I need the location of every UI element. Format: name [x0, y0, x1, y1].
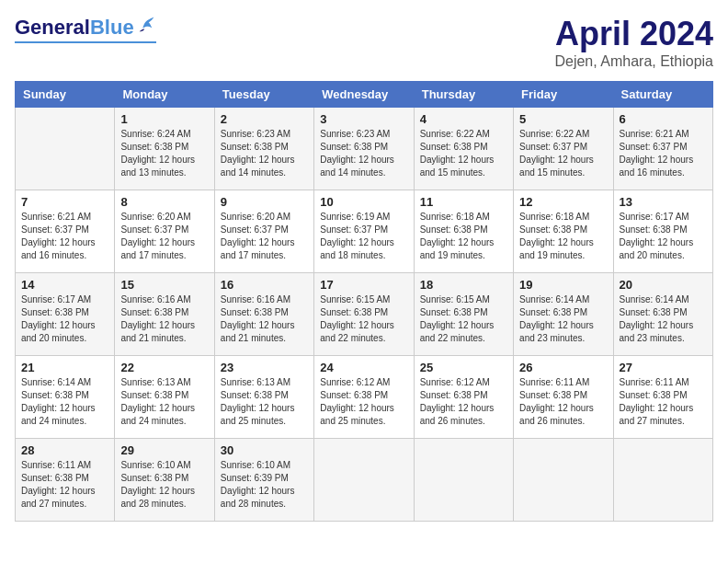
day-number: 23 [221, 361, 308, 374]
calendar-cell: 4Sunrise: 6:22 AM Sunset: 6:38 PM Daylig… [414, 108, 513, 190]
day-info: Sunrise: 6:13 AM Sunset: 6:38 PM Dayligh… [221, 376, 308, 428]
calendar-week-5: 28Sunrise: 6:11 AM Sunset: 6:38 PM Dayli… [16, 439, 713, 522]
calendar-cell: 22Sunrise: 6:13 AM Sunset: 6:38 PM Dayli… [115, 356, 214, 439]
day-number: 11 [420, 195, 507, 209]
day-info: Sunrise: 6:16 AM Sunset: 6:38 PM Dayligh… [120, 293, 208, 345]
calendar-cell: 13Sunrise: 6:17 AM Sunset: 6:38 PM Dayli… [613, 190, 712, 273]
calendar-cell: 19Sunrise: 6:14 AM Sunset: 6:38 PM Dayli… [514, 273, 613, 356]
calendar-cell [514, 439, 613, 522]
logo-bird-icon [136, 15, 156, 40]
calendar-cell: 15Sunrise: 6:16 AM Sunset: 6:38 PM Dayli… [115, 273, 214, 356]
day-info: Sunrise: 6:14 AM Sunset: 6:38 PM Dayligh… [519, 293, 607, 345]
day-number: 21 [21, 361, 108, 374]
calendar-table: SundayMondayTuesdayWednesdayThursdayFrid… [15, 81, 713, 522]
header: GeneralBlue April 2024 Dejen, Amhara, Et… [15, 15, 713, 70]
day-number: 10 [320, 195, 407, 209]
calendar-cell: 16Sunrise: 6:16 AM Sunset: 6:38 PM Dayli… [214, 273, 313, 356]
calendar-cell: 10Sunrise: 6:19 AM Sunset: 6:37 PM Dayli… [314, 190, 414, 273]
day-info: Sunrise: 6:18 AM Sunset: 6:38 PM Dayligh… [519, 211, 607, 262]
day-number: 16 [221, 278, 308, 292]
day-number: 4 [420, 112, 507, 126]
calendar-cell: 11Sunrise: 6:18 AM Sunset: 6:38 PM Dayli… [414, 190, 513, 273]
calendar-cell: 27Sunrise: 6:11 AM Sunset: 6:38 PM Dayli… [613, 356, 712, 439]
calendar-cell [613, 439, 712, 522]
day-number: 2 [221, 112, 308, 126]
day-info: Sunrise: 6:12 AM Sunset: 6:38 PM Dayligh… [320, 376, 407, 428]
calendar-cell: 26Sunrise: 6:11 AM Sunset: 6:38 PM Dayli… [514, 356, 613, 439]
day-number: 1 [120, 112, 208, 126]
day-info: Sunrise: 6:12 AM Sunset: 6:38 PM Dayligh… [420, 376, 507, 428]
page-subtitle: Dejen, Amhara, Ethiopia [554, 53, 713, 70]
day-number: 24 [320, 361, 407, 374]
day-info: Sunrise: 6:20 AM Sunset: 6:37 PM Dayligh… [221, 211, 308, 262]
day-info: Sunrise: 6:21 AM Sunset: 6:37 PM Dayligh… [620, 128, 707, 179]
calendar-cell: 5Sunrise: 6:22 AM Sunset: 6:37 PM Daylig… [514, 108, 613, 190]
day-number: 13 [620, 195, 707, 209]
day-number: 19 [519, 278, 607, 292]
day-info: Sunrise: 6:13 AM Sunset: 6:38 PM Dayligh… [120, 376, 208, 428]
logo-general: General [15, 16, 90, 40]
day-info: Sunrise: 6:22 AM Sunset: 6:37 PM Dayligh… [519, 128, 607, 179]
day-info: Sunrise: 6:19 AM Sunset: 6:37 PM Dayligh… [320, 211, 407, 262]
logo-underline [15, 41, 156, 43]
page-title: April 2024 [554, 15, 713, 53]
day-number: 22 [120, 361, 208, 374]
day-number: 25 [420, 361, 507, 374]
calendar-cell: 6Sunrise: 6:21 AM Sunset: 6:37 PM Daylig… [613, 108, 712, 190]
day-number: 6 [620, 112, 707, 126]
day-number: 17 [320, 278, 407, 292]
weekday-header-saturday: Saturday [613, 82, 712, 108]
day-info: Sunrise: 6:23 AM Sunset: 6:38 PM Dayligh… [320, 128, 407, 179]
day-info: Sunrise: 6:15 AM Sunset: 6:38 PM Dayligh… [420, 293, 507, 345]
day-number: 20 [620, 278, 707, 292]
calendar-cell: 23Sunrise: 6:13 AM Sunset: 6:38 PM Dayli… [214, 356, 313, 439]
calendar-cell: 29Sunrise: 6:10 AM Sunset: 6:38 PM Dayli… [115, 439, 214, 522]
calendar-cell: 25Sunrise: 6:12 AM Sunset: 6:38 PM Dayli… [414, 356, 513, 439]
calendar-cell: 14Sunrise: 6:17 AM Sunset: 6:38 PM Dayli… [16, 273, 115, 356]
calendar-cell: 7Sunrise: 6:21 AM Sunset: 6:37 PM Daylig… [16, 190, 115, 273]
calendar-week-1: 1Sunrise: 6:24 AM Sunset: 6:38 PM Daylig… [16, 108, 713, 190]
day-number: 5 [519, 112, 607, 126]
day-info: Sunrise: 6:14 AM Sunset: 6:38 PM Dayligh… [620, 293, 707, 345]
day-info: Sunrise: 6:15 AM Sunset: 6:38 PM Dayligh… [320, 293, 407, 345]
day-number: 14 [21, 278, 108, 292]
calendar-cell: 17Sunrise: 6:15 AM Sunset: 6:38 PM Dayli… [314, 273, 414, 356]
calendar-cell: 24Sunrise: 6:12 AM Sunset: 6:38 PM Dayli… [314, 356, 414, 439]
day-number: 29 [120, 443, 208, 457]
calendar-cell: 18Sunrise: 6:15 AM Sunset: 6:38 PM Dayli… [414, 273, 513, 356]
day-number: 27 [620, 361, 707, 374]
day-info: Sunrise: 6:21 AM Sunset: 6:37 PM Dayligh… [21, 211, 108, 262]
calendar-cell [314, 439, 414, 522]
logo-blue: Blue [90, 16, 134, 40]
calendar-header: SundayMondayTuesdayWednesdayThursdayFrid… [16, 82, 713, 108]
calendar-cell [16, 108, 115, 190]
weekday-header-tuesday: Tuesday [214, 82, 313, 108]
calendar-body: 1Sunrise: 6:24 AM Sunset: 6:38 PM Daylig… [16, 108, 713, 522]
day-info: Sunrise: 6:11 AM Sunset: 6:38 PM Dayligh… [620, 376, 707, 428]
calendar-week-4: 21Sunrise: 6:14 AM Sunset: 6:38 PM Dayli… [16, 356, 713, 439]
day-info: Sunrise: 6:11 AM Sunset: 6:38 PM Dayligh… [519, 376, 607, 428]
day-info: Sunrise: 6:17 AM Sunset: 6:38 PM Dayligh… [21, 293, 108, 345]
weekday-header-thursday: Thursday [414, 82, 513, 108]
day-number: 28 [21, 443, 108, 457]
logo: GeneralBlue [15, 15, 156, 43]
calendar-cell: 1Sunrise: 6:24 AM Sunset: 6:38 PM Daylig… [115, 108, 214, 190]
calendar-cell: 21Sunrise: 6:14 AM Sunset: 6:38 PM Dayli… [16, 356, 115, 439]
day-number: 30 [221, 443, 308, 457]
day-info: Sunrise: 6:20 AM Sunset: 6:37 PM Dayligh… [120, 211, 208, 262]
day-number: 7 [21, 195, 108, 209]
day-number: 8 [120, 195, 208, 209]
calendar-week-3: 14Sunrise: 6:17 AM Sunset: 6:38 PM Dayli… [16, 273, 713, 356]
day-info: Sunrise: 6:18 AM Sunset: 6:38 PM Dayligh… [420, 211, 507, 262]
day-number: 26 [519, 361, 607, 374]
day-info: Sunrise: 6:17 AM Sunset: 6:38 PM Dayligh… [620, 211, 707, 262]
weekday-header-friday: Friday [514, 82, 613, 108]
day-number: 18 [420, 278, 507, 292]
calendar-cell: 2Sunrise: 6:23 AM Sunset: 6:38 PM Daylig… [214, 108, 313, 190]
title-area: April 2024 Dejen, Amhara, Ethiopia [554, 15, 713, 70]
day-info: Sunrise: 6:24 AM Sunset: 6:38 PM Dayligh… [120, 128, 208, 179]
calendar-cell: 9Sunrise: 6:20 AM Sunset: 6:37 PM Daylig… [214, 190, 313, 273]
day-number: 12 [519, 195, 607, 209]
calendar-cell: 20Sunrise: 6:14 AM Sunset: 6:38 PM Dayli… [613, 273, 712, 356]
day-info: Sunrise: 6:11 AM Sunset: 6:38 PM Dayligh… [21, 459, 108, 511]
